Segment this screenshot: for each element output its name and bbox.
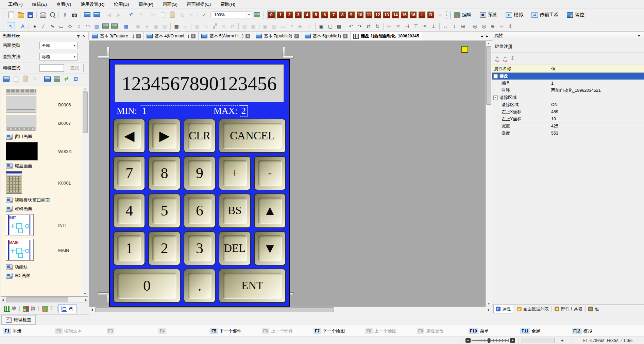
mode-button-编辑[interactable]: 编辑 (451, 11, 475, 19)
max-value[interactable]: 2 (240, 105, 248, 117)
mode-button-模拟[interactable]: 模拟 (502, 11, 527, 19)
scroll-left-icon[interactable]: ◀ (89, 307, 95, 313)
arc-icon[interactable]: ◠ (84, 22, 92, 30)
back-icon[interactable]: ◀ (105, 11, 114, 19)
screen-list-item[interactable]: -MAINMAIN (6, 239, 82, 262)
property-row-清除区域[interactable]: 清除区域ON (492, 101, 644, 108)
scrollbar-thumb[interactable] (6, 297, 68, 302)
window-part-icon[interactable]: ▣ (261, 22, 269, 30)
macro-part-icon[interactable]: ≡ (288, 22, 296, 30)
keypad-key-CLR[interactable]: CLR (184, 119, 216, 153)
scroll-left-icon[interactable]: ◀ (0, 297, 5, 303)
pin-icon[interactable] (636, 33, 642, 38)
keypad-key-2[interactable]: 2 (148, 231, 180, 265)
statistic-graph-icon[interactable]: ▞ (211, 22, 219, 30)
dot-icon[interactable]: ● (31, 22, 39, 30)
keypad-key-▶[interactable]: ▶ (148, 119, 180, 153)
keypad-key-1[interactable]: 1 (113, 231, 145, 265)
screen-tab[interactable]: 基本 3(Feature ...)✕ (89, 32, 144, 40)
screen-tab[interactable]: 基本 7(public2)✕ (253, 32, 302, 40)
rotate-right-icon[interactable]: ↷ (356, 22, 364, 30)
fit-screen-icon[interactable] (252, 11, 261, 19)
keypad-key-9[interactable]: 9 (184, 156, 216, 190)
redo-icon[interactable]: ↷ (136, 11, 145, 19)
keypad-key-◀[interactable]: ◀ (113, 119, 145, 153)
polygon-icon[interactable]: ◇ (66, 22, 74, 30)
open-project-icon[interactable] (16, 11, 25, 19)
screen-number-button[interactable]: 1 (277, 12, 284, 18)
copy-screen-icon[interactable] (11, 74, 20, 83)
screen-overlap-icon[interactable] (52, 74, 61, 83)
left-panel-tab-颜[interactable]: 颜 (20, 305, 38, 313)
screen-group-键盘画面[interactable]: 键盘画面 (6, 163, 82, 169)
menu-item[interactable]: 画面捕捉(C) (182, 0, 216, 9)
screen-number-button[interactable]: 4 (304, 12, 310, 18)
ellipse-icon[interactable]: ○ (75, 22, 83, 30)
scroll-up-icon[interactable]: ▲ (486, 41, 492, 46)
copy-icon[interactable] (158, 11, 167, 19)
slider-part-icon[interactable]: ⇄ (228, 22, 237, 30)
line-icon[interactable]: ∕ (39, 22, 48, 30)
function-key-F9[interactable]: F9属性更改 (417, 328, 469, 334)
canvas[interactable]: 1234567890123456 MIN: 1 MAX: 2 ◀▶CLRCANC… (89, 41, 492, 307)
keypad-key-5[interactable]: 5 (148, 193, 180, 228)
collapse-icon[interactable]: − (493, 74, 498, 79)
align-middle-icon[interactable]: ≡ (421, 22, 429, 30)
align-left-icon[interactable]: ⊢ (385, 22, 393, 30)
yellow-object[interactable] (461, 46, 468, 53)
menu-item[interactable]: 帮助(H) (216, 0, 240, 9)
canvas-icon[interactable] (110, 22, 118, 30)
properties-tab-画面数据列表[interactable]: ≣画面数据列表 (515, 305, 551, 313)
keypad-key-BS[interactable]: BS (219, 193, 251, 228)
screen-number-button[interactable]: 3 (295, 12, 302, 18)
paste-icon[interactable] (168, 11, 177, 19)
function-key-F12[interactable]: F12模拟 (572, 328, 624, 334)
ungroup-icon[interactable]: ▢ (326, 22, 334, 30)
selection-handle-top-left[interactable] (98, 47, 109, 58)
min-value-box[interactable]: 1 MAX: 2 (140, 105, 248, 116)
distribute-h-icon[interactable]: ⇔ (497, 22, 506, 30)
search-method-select[interactable]: 标题 ▼ (39, 53, 78, 61)
operation-part-icon[interactable]: ▭ (279, 22, 287, 30)
keypad-key--[interactable]: - (254, 156, 286, 190)
numeric-display-icon[interactable]: ▤ (160, 22, 169, 30)
screen-number-button[interactable]: 2 (286, 12, 293, 18)
scroll-right-icon[interactable]: ▶ (83, 297, 89, 303)
close-icon[interactable]: ✕ (191, 34, 196, 38)
keypad-key-▼[interactable]: ▼ (254, 231, 286, 265)
screen-list-item[interactable]: W0001 (6, 142, 82, 160)
flip-vertical-icon[interactable]: ⇅ (373, 22, 382, 30)
search-button[interactable]: 查找 (66, 64, 84, 72)
trend-graph-icon[interactable]: ∿ (202, 22, 210, 30)
zoom-slider-thumb[interactable] (488, 338, 490, 343)
delete-icon[interactable]: ✕ (187, 11, 196, 19)
pan-icon[interactable]: ∗ (436, 11, 444, 19)
keypad-key-DEL[interactable]: DEL (219, 231, 251, 265)
keypad-display[interactable]: 1234567890123456 (115, 64, 284, 102)
align-bottom-icon[interactable]: ⊥ (429, 22, 438, 30)
select-icon[interactable]: ↖ (7, 22, 15, 30)
paste-screen-icon[interactable] (21, 74, 30, 83)
bring-to-front-icon[interactable]: ◎ (471, 22, 479, 30)
menu-item[interactable]: 部件(P) (134, 0, 158, 9)
function-key-F8[interactable]: F8上一个绘图 (365, 328, 417, 334)
tab-prev-icon[interactable]: ◄ (480, 34, 484, 38)
mode-button-预览[interactable]: 预览 (476, 11, 501, 19)
screen-list-item[interactable]: -INITINIT (6, 214, 82, 237)
function-key-F11[interactable]: F11全屏 (520, 328, 572, 334)
meter-icon[interactable]: ⊙ (220, 22, 228, 30)
new-screen-icon[interactable] (83, 11, 91, 19)
lamp-icon[interactable]: ◉ (134, 22, 142, 30)
screen-number-button[interactable]: 15 (401, 12, 408, 18)
recipe-part-icon[interactable]: ▥ (270, 22, 278, 30)
polyline-icon[interactable]: ∿ (48, 22, 56, 30)
function-key-F6[interactable]: F6上一个部件 (262, 328, 313, 334)
scroll-up-icon[interactable]: ▲ (82, 86, 88, 91)
same-height-icon[interactable]: ↕ (450, 22, 458, 30)
screen-property-icon[interactable] (92, 11, 101, 19)
align-center-icon[interactable]: ≍ (394, 22, 402, 30)
switch-icon[interactable]: ▣ (152, 22, 160, 30)
close-icon[interactable]: ✕ (294, 34, 299, 38)
cut-icon[interactable]: ✂ (149, 11, 158, 19)
menu-item[interactable]: 工程(F) (3, 0, 28, 9)
